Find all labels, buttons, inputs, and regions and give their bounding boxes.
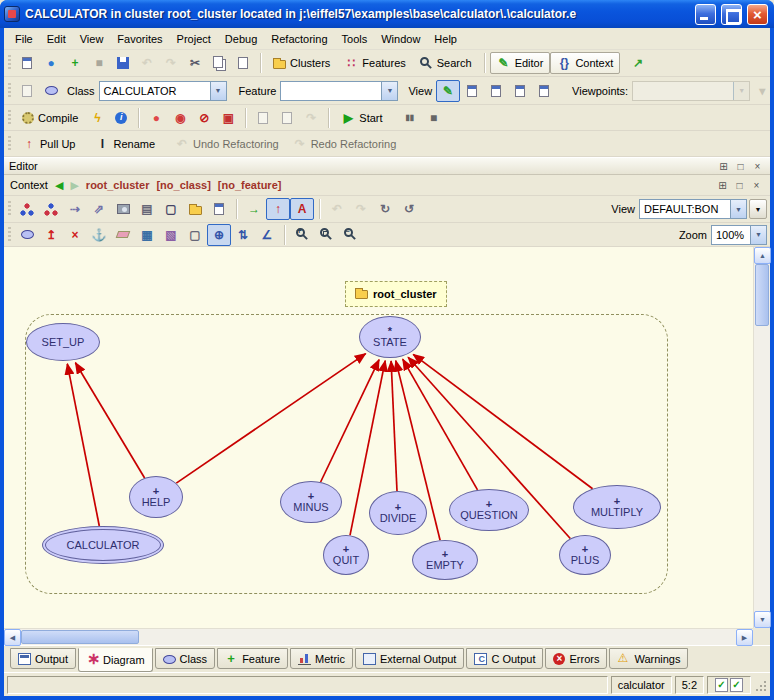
scroll-up-icon[interactable] [754,247,771,264]
view-menu-button[interactable]: ▼ [749,199,767,219]
cancel-compilation-icon[interactable]: ▣ [216,107,240,129]
class-node-multiply[interactable]: +MULTIPLY [573,485,661,529]
class-node-calculator[interactable]: CALCULATOR [42,526,164,564]
tab-output[interactable]: Output [10,648,76,669]
save-icon[interactable] [111,52,135,74]
put-class-icon[interactable] [207,198,231,220]
ignore-icon[interactable]: ■ [87,52,111,74]
editor-view-icon[interactable]: ✎ [436,80,460,102]
tab-external-output[interactable]: External Output [355,648,464,669]
diagram-view-combo[interactable]: DEFAULT:BON▼ [639,199,747,219]
eraser-tool-icon[interactable] [111,224,135,246]
label-tool-icon[interactable]: A [290,198,314,220]
class-combo[interactable]: CALCULATOR▼ [99,81,227,101]
maximize-icon[interactable]: □ [733,159,748,173]
crop-icon[interactable]: ▢ [183,224,207,246]
class-icon[interactable] [39,80,63,102]
search-button[interactable]: Search [413,52,479,74]
maximize-icon[interactable]: □ [732,178,747,192]
melt-icon[interactable]: ● [144,107,168,129]
new-class-tool-icon[interactable] [15,224,39,246]
horizontal-scrollbar[interactable] [4,628,753,645]
sort-icon[interactable]: ⇅ [231,224,255,246]
debug-step-icon[interactable] [275,107,299,129]
client-link-icon[interactable]: ⇢ [63,198,87,220]
tab-errors[interactable]: Errors [545,648,607,669]
export-png-icon[interactable] [111,198,135,220]
minimize-button[interactable] [695,4,716,25]
delete-tool-icon[interactable]: × [63,224,87,246]
context-cluster[interactable]: root_cluster [86,179,150,191]
zoom-out-icon[interactable] [338,224,362,246]
clients-view-icon[interactable] [484,80,508,102]
menu-view[interactable]: View [73,30,111,48]
class-node-state[interactable]: *STATE [359,316,421,358]
new-cluster-icon[interactable] [183,198,207,220]
reset-view-icon[interactable]: ↺ [397,198,421,220]
editor-button[interactable]: ✎Editor [490,52,551,74]
inheritance-edge-calculator-to-set_up[interactable] [67,364,99,526]
rename-button[interactable]: IRename [88,133,162,155]
class-node-question[interactable]: +QUESTION [449,489,529,531]
new-inheritance-tool-icon[interactable]: ↥ [39,224,63,246]
menu-window[interactable]: Window [374,30,427,48]
ancestors-view-icon[interactable] [532,80,556,102]
cluster-relations-icon[interactable] [39,198,63,220]
flat-view-icon[interactable] [460,80,484,102]
toolbar-grip[interactable] [8,55,11,71]
history-back-icon[interactable] [55,179,63,192]
chevron-down-icon[interactable]: ▼ [210,82,226,100]
pull-up-button[interactable]: ↑Pull Up [15,133,82,155]
tab-metric[interactable]: Metric [290,648,353,669]
compile-button[interactable]: Compile [15,107,85,129]
print-icon[interactable]: ▤ [135,198,159,220]
toolbar-overflow-icon[interactable]: ▾ [750,80,774,102]
menu-refactoring[interactable]: Refactoring [264,30,334,48]
class-node-help[interactable]: +HELP [129,476,183,518]
menu-help[interactable]: Help [427,30,464,48]
new-editor-window-icon[interactable] [15,52,39,74]
suppliers-view-icon[interactable] [508,80,532,102]
scroll-left-icon[interactable] [4,629,21,646]
class-node-divide[interactable]: +DIVIDE [369,491,427,535]
close-icon[interactable]: × [749,178,764,192]
inheritance-edge-divide-to-state[interactable] [391,361,397,491]
cut-icon[interactable]: ✂ [183,52,207,74]
tab-c-output[interactable]: C Output [466,648,543,669]
synchronize-icon[interactable]: ↻ [373,198,397,220]
clusters-button[interactable]: Clusters [266,52,337,74]
horizontal-scroll-thumb[interactable] [21,630,139,644]
compile-info-icon[interactable] [109,107,133,129]
chevron-down-icon[interactable]: ▼ [733,82,749,100]
toolbar-grip[interactable] [8,201,11,217]
layout-grid-icon[interactable]: ▦ [135,224,159,246]
inheritance-link-icon[interactable]: ⇗ [87,198,111,220]
menu-favorites[interactable]: Favorites [110,30,169,48]
stop-icon[interactable]: ■ [422,107,446,129]
pause-icon[interactable]: ▮▮ [398,107,422,129]
close-button[interactable] [747,4,768,25]
menu-file[interactable]: File [8,30,40,48]
class-node-plus[interactable]: +PLUS [559,535,611,575]
class-node-minus[interactable]: +MINUS [280,481,342,523]
resize-grip[interactable] [754,677,768,693]
ignore-breakpoints-icon[interactable]: ↷ [299,107,323,129]
chevron-down-icon[interactable]: ▼ [381,82,397,100]
class-node-set_up[interactable]: SET_UP [26,323,100,361]
toolbar-grip[interactable] [8,110,11,126]
cluster-label[interactable]: root_cluster [345,281,447,307]
undo-refactoring-button[interactable]: ↶Undo Refactoring [168,133,286,155]
fit-to-window-icon[interactable]: ▢ [159,198,183,220]
debug-run-icon[interactable] [251,107,275,129]
angle-icon[interactable]: ∠ [255,224,279,246]
chevron-down-icon[interactable]: ▼ [750,226,766,244]
send-to-new-window-icon[interactable] [15,80,39,102]
chevron-down-icon[interactable]: ▼ [730,200,746,218]
history-forward-icon[interactable] [70,179,78,192]
menu-tools[interactable]: Tools [335,30,375,48]
new-class-icon[interactable]: + [63,52,87,74]
external-editor-icon[interactable]: ↗ [626,52,650,74]
diagram-canvas[interactable]: root_cluster SET_UP*STATE+HELPCALCULATOR… [4,247,753,628]
vertical-scrollbar[interactable] [753,247,770,628]
link-tool-icon[interactable]: → [242,198,266,220]
